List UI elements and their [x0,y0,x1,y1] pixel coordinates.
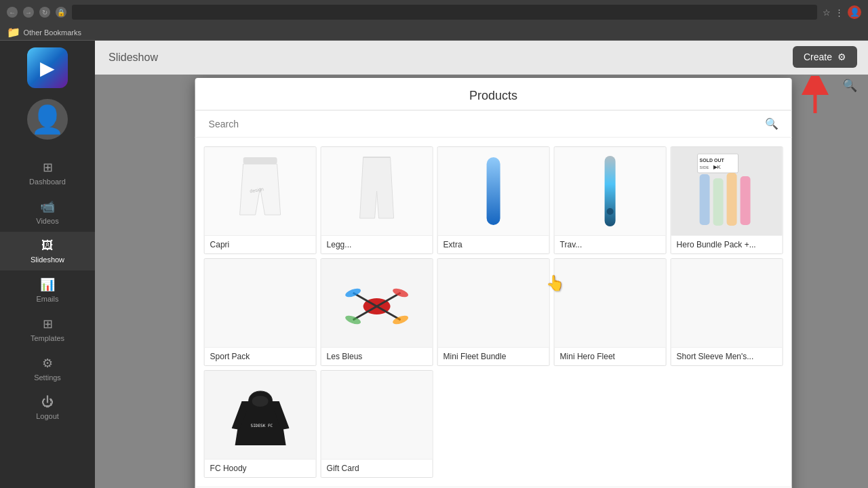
user-profile-icon[interactable]: 👤 [848,5,861,19]
product-item-gift-card[interactable]: Gift Card [321,370,433,478]
product-name-hero-bundle: Hero Bundle Pack +... [671,235,783,253]
product-name-les-bleus: Les Bleus [321,347,433,365]
slideshows-icon: 🖼 [41,239,54,253]
product-name-travel: Trav... [555,235,666,253]
product-item-mini-fleet-bundle[interactable]: Mini Fleet Bundle [437,258,550,366]
sidebar-item-label-templates: Templates [31,334,64,342]
svg-rect-2 [243,157,277,164]
reload-btn[interactable]: ↻ [39,7,50,18]
svg-point-7 [607,208,614,215]
nav-items: ⊞ Dashboard 📹 Videos 🖼 Slideshow 📊 Email… [0,153,95,427]
top-bar: Slideshow [95,41,868,75]
avatar: 👤 [27,99,68,140]
forward-btn[interactable]: → [23,7,34,18]
sidebar-item-label-videos: Videos [36,217,58,225]
product-item-les-bleus[interactable]: Les Bleus [321,258,433,366]
sidebar-item-label-slideshows: Slideshow [31,256,64,264]
products-grid: design Capri [195,138,792,487]
create-label: Create [804,52,832,62]
sidebar-item-emails[interactable]: 📊 Emails [0,270,95,310]
svg-rect-6 [605,156,616,226]
product-image-gift-card [321,371,433,459]
product-item-hero-bundle[interactable]: SOLD OUT SIDE ▶K [671,146,783,254]
svg-rect-13 [713,178,724,226]
sidebar-item-settings[interactable]: ⚙ Settings [0,349,95,388]
product-item-fc-hoody[interactable]: SIDESK FC FC Hoody [204,370,317,478]
bookmarks-bar: 📁 Other Bookmarks [0,24,868,41]
product-image-short-sleeve [671,259,783,347]
bookmarks-folder-icon: 📁 [7,26,20,39]
sidebar-item-templates[interactable]: ⊞ Templates [0,310,95,349]
product-item-sport-pack[interactable]: Sport Pack [204,258,317,366]
svg-text:SIDESK FC: SIDESK FC [250,423,273,428]
sidebar-item-videos[interactable]: 📹 Videos [0,192,95,232]
svg-point-25 [252,396,268,407]
svg-text:▶K: ▶K [713,164,722,170]
product-image-fc-hoody: SIDESK FC [205,371,316,459]
browser-chrome: ← → ↻ 🔒 ☆ ⋮ 👤 [0,0,868,24]
dialog-title: Products [469,89,517,102]
modal-overlay: Products 🔍 [95,75,868,488]
product-name-capri: Capri [205,235,316,253]
avatar-icon: 👤 [31,104,64,136]
videos-icon: 📹 [40,199,55,214]
sidebar-item-dashboard[interactable]: ⊞ Dashboard [0,153,95,192]
sidebar-item-label-settings: Settings [34,373,61,382]
dialog-header: Products [195,78,792,110]
svg-rect-14 [727,173,737,226]
product-item-travel[interactable]: Trav... [554,146,667,254]
sidebar-item-logout[interactable]: ⏻ Logout [0,388,95,427]
emails-icon: 📊 [40,277,55,292]
main-area: Slideshow Create ⚙ 🔍 [95,41,868,488]
logo-icon: ▶ [40,57,55,79]
other-bookmarks-label[interactable]: Other Bookmarks [23,28,81,37]
product-name-mini-fleet-bundle: Mini Fleet Bundle [438,347,549,365]
product-image-les-bleus [321,259,433,347]
content-area: Products 🔍 [95,75,868,488]
breadcrumb: Slideshow [108,52,158,64]
menu-icon[interactable]: ⋮ [835,7,844,18]
product-name-leggings: Legg... [321,235,433,253]
logo: ▶ [27,47,68,88]
templates-icon: ⊞ [43,317,53,331]
product-image-mini-fleet-bundle [438,259,549,347]
search-bar: 🔍 [195,110,792,138]
product-item-capri[interactable]: design Capri [204,146,317,254]
product-image-leggings [321,147,433,235]
product-item-mini-hero-fleet[interactable]: Mini Hero Fleet [554,258,667,366]
gear-icon: ⚙ [837,52,846,62]
product-image-sport-pack [205,259,316,347]
dashboard-icon: ⊞ [43,160,53,175]
sidebar-item-slideshows[interactable]: 🖼 Slideshow [0,232,95,270]
product-name-extra: Extra [438,235,549,253]
back-btn[interactable]: ← [7,7,18,18]
svg-rect-15 [741,176,751,225]
product-item-short-sleeve[interactable]: Short Sleeve Men's... [671,258,783,366]
product-name-fc-hoody: FC Hoody [205,459,316,477]
sidebar: ▶ 👤 ⊞ Dashboard 📹 Videos 🖼 Slideshow 📊 E… [0,41,95,488]
product-image-mini-hero-fleet [555,259,666,347]
star-icon[interactable]: ☆ [823,7,831,18]
product-image-capri: design [205,147,316,235]
sidebar-item-label-dashboard: Dashboard [29,178,66,186]
product-item-leggings[interactable]: Legg... [321,146,433,254]
product-name-short-sleeve: Short Sleeve Men's... [671,347,783,365]
search-input[interactable] [209,119,760,129]
product-image-hero-bundle: SOLD OUT SIDE ▶K [671,147,783,235]
sidebar-item-label-emails: Emails [36,295,58,303]
product-name-mini-hero-fleet: Mini Hero Fleet [555,347,666,365]
settings-icon: ⚙ [42,356,53,371]
product-item-extra[interactable]: Extra [437,146,550,254]
svg-rect-5 [487,157,500,225]
product-image-travel [555,147,666,235]
svg-text:SOLD OUT: SOLD OUT [700,158,725,163]
red-arrow-indicator [802,76,829,123]
products-dialog: Products 🔍 [195,78,792,488]
sidebar-item-label-logout: Logout [36,412,59,420]
app-container: ▶ 👤 ⊞ Dashboard 📹 Videos 🖼 Slideshow 📊 E… [0,41,868,488]
search-icon[interactable]: 🔍 [765,117,778,130]
address-bar[interactable] [72,5,817,20]
product-name-sport-pack: Sport Pack [205,347,316,365]
create-button[interactable]: Create ⚙ [793,46,857,68]
logout-icon: ⏻ [41,395,54,409]
